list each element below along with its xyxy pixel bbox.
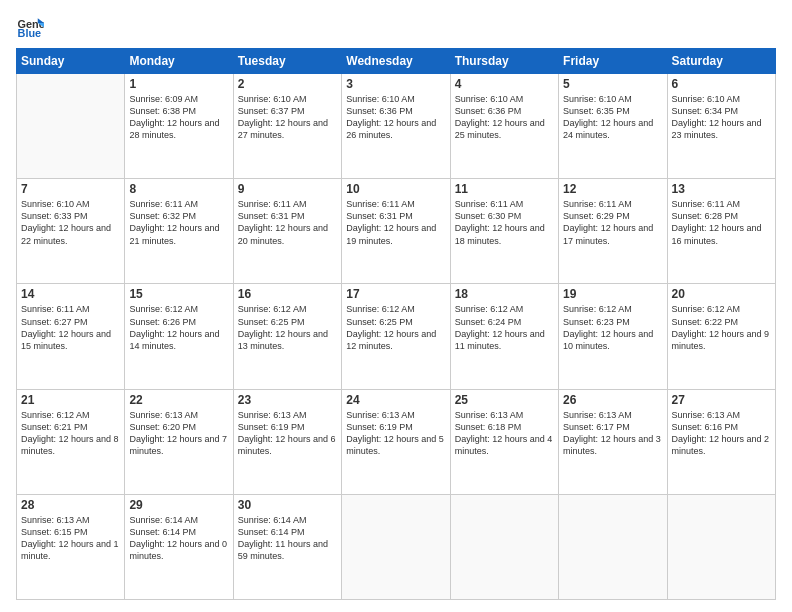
- day-number: 28: [21, 498, 120, 512]
- day-info: Sunrise: 6:12 AM Sunset: 6:23 PM Dayligh…: [563, 303, 662, 352]
- day-info: Sunrise: 6:13 AM Sunset: 6:19 PM Dayligh…: [238, 409, 337, 458]
- day-number: 15: [129, 287, 228, 301]
- day-number: 26: [563, 393, 662, 407]
- day-number: 14: [21, 287, 120, 301]
- calendar-day-cell: 14 Sunrise: 6:11 AM Sunset: 6:27 PM Dayl…: [17, 284, 125, 389]
- calendar-day-cell: 11 Sunrise: 6:11 AM Sunset: 6:30 PM Dayl…: [450, 179, 558, 284]
- calendar-day-cell: 2 Sunrise: 6:10 AM Sunset: 6:37 PM Dayli…: [233, 74, 341, 179]
- calendar-week-row: 28 Sunrise: 6:13 AM Sunset: 6:15 PM Dayl…: [17, 494, 776, 599]
- day-info: Sunrise: 6:14 AM Sunset: 6:14 PM Dayligh…: [238, 514, 337, 563]
- logo: General Blue: [16, 12, 48, 40]
- svg-text:Blue: Blue: [18, 27, 42, 39]
- calendar-day-cell: 29 Sunrise: 6:14 AM Sunset: 6:14 PM Dayl…: [125, 494, 233, 599]
- day-number: 1: [129, 77, 228, 91]
- calendar-day-cell: 27 Sunrise: 6:13 AM Sunset: 6:16 PM Dayl…: [667, 389, 775, 494]
- calendar-day-cell: 10 Sunrise: 6:11 AM Sunset: 6:31 PM Dayl…: [342, 179, 450, 284]
- calendar-week-row: 7 Sunrise: 6:10 AM Sunset: 6:33 PM Dayli…: [17, 179, 776, 284]
- day-number: 16: [238, 287, 337, 301]
- weekday-header: Thursday: [450, 49, 558, 74]
- calendar-day-cell: 23 Sunrise: 6:13 AM Sunset: 6:19 PM Dayl…: [233, 389, 341, 494]
- calendar-day-cell: 18 Sunrise: 6:12 AM Sunset: 6:24 PM Dayl…: [450, 284, 558, 389]
- day-info: Sunrise: 6:12 AM Sunset: 6:21 PM Dayligh…: [21, 409, 120, 458]
- calendar-week-row: 14 Sunrise: 6:11 AM Sunset: 6:27 PM Dayl…: [17, 284, 776, 389]
- day-info: Sunrise: 6:11 AM Sunset: 6:28 PM Dayligh…: [672, 198, 771, 247]
- calendar-day-cell: [667, 494, 775, 599]
- day-number: 9: [238, 182, 337, 196]
- calendar-day-cell: 22 Sunrise: 6:13 AM Sunset: 6:20 PM Dayl…: [125, 389, 233, 494]
- day-info: Sunrise: 6:11 AM Sunset: 6:31 PM Dayligh…: [238, 198, 337, 247]
- day-number: 25: [455, 393, 554, 407]
- calendar-day-cell: 19 Sunrise: 6:12 AM Sunset: 6:23 PM Dayl…: [559, 284, 667, 389]
- day-number: 12: [563, 182, 662, 196]
- calendar-day-cell: 9 Sunrise: 6:11 AM Sunset: 6:31 PM Dayli…: [233, 179, 341, 284]
- day-number: 7: [21, 182, 120, 196]
- day-number: 5: [563, 77, 662, 91]
- weekday-header: Friday: [559, 49, 667, 74]
- day-number: 20: [672, 287, 771, 301]
- calendar-day-cell: 6 Sunrise: 6:10 AM Sunset: 6:34 PM Dayli…: [667, 74, 775, 179]
- day-info: Sunrise: 6:10 AM Sunset: 6:37 PM Dayligh…: [238, 93, 337, 142]
- day-info: Sunrise: 6:11 AM Sunset: 6:32 PM Dayligh…: [129, 198, 228, 247]
- day-info: Sunrise: 6:12 AM Sunset: 6:24 PM Dayligh…: [455, 303, 554, 352]
- calendar: SundayMondayTuesdayWednesdayThursdayFrid…: [16, 48, 776, 600]
- calendar-day-cell: 30 Sunrise: 6:14 AM Sunset: 6:14 PM Dayl…: [233, 494, 341, 599]
- page: General Blue SundayMondayTuesdayWednesda…: [0, 0, 792, 612]
- day-number: 21: [21, 393, 120, 407]
- calendar-day-cell: [342, 494, 450, 599]
- day-number: 27: [672, 393, 771, 407]
- calendar-day-cell: [17, 74, 125, 179]
- day-number: 24: [346, 393, 445, 407]
- day-number: 8: [129, 182, 228, 196]
- calendar-day-cell: 8 Sunrise: 6:11 AM Sunset: 6:32 PM Dayli…: [125, 179, 233, 284]
- calendar-day-cell: 26 Sunrise: 6:13 AM Sunset: 6:17 PM Dayl…: [559, 389, 667, 494]
- calendar-day-cell: 15 Sunrise: 6:12 AM Sunset: 6:26 PM Dayl…: [125, 284, 233, 389]
- calendar-header-row: SundayMondayTuesdayWednesdayThursdayFrid…: [17, 49, 776, 74]
- calendar-day-cell: 4 Sunrise: 6:10 AM Sunset: 6:36 PM Dayli…: [450, 74, 558, 179]
- calendar-week-row: 1 Sunrise: 6:09 AM Sunset: 6:38 PM Dayli…: [17, 74, 776, 179]
- header: General Blue: [16, 12, 776, 40]
- weekday-header: Tuesday: [233, 49, 341, 74]
- calendar-day-cell: 25 Sunrise: 6:13 AM Sunset: 6:18 PM Dayl…: [450, 389, 558, 494]
- calendar-day-cell: 13 Sunrise: 6:11 AM Sunset: 6:28 PM Dayl…: [667, 179, 775, 284]
- calendar-day-cell: 12 Sunrise: 6:11 AM Sunset: 6:29 PM Dayl…: [559, 179, 667, 284]
- day-info: Sunrise: 6:09 AM Sunset: 6:38 PM Dayligh…: [129, 93, 228, 142]
- day-number: 19: [563, 287, 662, 301]
- day-info: Sunrise: 6:13 AM Sunset: 6:19 PM Dayligh…: [346, 409, 445, 458]
- calendar-day-cell: 17 Sunrise: 6:12 AM Sunset: 6:25 PM Dayl…: [342, 284, 450, 389]
- day-number: 29: [129, 498, 228, 512]
- calendar-day-cell: 24 Sunrise: 6:13 AM Sunset: 6:19 PM Dayl…: [342, 389, 450, 494]
- day-info: Sunrise: 6:10 AM Sunset: 6:34 PM Dayligh…: [672, 93, 771, 142]
- day-number: 17: [346, 287, 445, 301]
- day-info: Sunrise: 6:13 AM Sunset: 6:16 PM Dayligh…: [672, 409, 771, 458]
- day-info: Sunrise: 6:12 AM Sunset: 6:26 PM Dayligh…: [129, 303, 228, 352]
- calendar-day-cell: 3 Sunrise: 6:10 AM Sunset: 6:36 PM Dayli…: [342, 74, 450, 179]
- day-number: 13: [672, 182, 771, 196]
- day-info: Sunrise: 6:14 AM Sunset: 6:14 PM Dayligh…: [129, 514, 228, 563]
- weekday-header: Sunday: [17, 49, 125, 74]
- day-info: Sunrise: 6:13 AM Sunset: 6:18 PM Dayligh…: [455, 409, 554, 458]
- day-number: 6: [672, 77, 771, 91]
- day-number: 4: [455, 77, 554, 91]
- weekday-header: Wednesday: [342, 49, 450, 74]
- day-number: 3: [346, 77, 445, 91]
- day-info: Sunrise: 6:10 AM Sunset: 6:36 PM Dayligh…: [346, 93, 445, 142]
- calendar-day-cell: 21 Sunrise: 6:12 AM Sunset: 6:21 PM Dayl…: [17, 389, 125, 494]
- calendar-day-cell: 1 Sunrise: 6:09 AM Sunset: 6:38 PM Dayli…: [125, 74, 233, 179]
- day-info: Sunrise: 6:12 AM Sunset: 6:25 PM Dayligh…: [238, 303, 337, 352]
- day-info: Sunrise: 6:11 AM Sunset: 6:29 PM Dayligh…: [563, 198, 662, 247]
- day-number: 11: [455, 182, 554, 196]
- day-info: Sunrise: 6:11 AM Sunset: 6:27 PM Dayligh…: [21, 303, 120, 352]
- day-number: 2: [238, 77, 337, 91]
- calendar-week-row: 21 Sunrise: 6:12 AM Sunset: 6:21 PM Dayl…: [17, 389, 776, 494]
- day-info: Sunrise: 6:13 AM Sunset: 6:15 PM Dayligh…: [21, 514, 120, 563]
- calendar-day-cell: 7 Sunrise: 6:10 AM Sunset: 6:33 PM Dayli…: [17, 179, 125, 284]
- calendar-day-cell: [450, 494, 558, 599]
- day-number: 30: [238, 498, 337, 512]
- day-number: 23: [238, 393, 337, 407]
- weekday-header: Saturday: [667, 49, 775, 74]
- day-info: Sunrise: 6:10 AM Sunset: 6:33 PM Dayligh…: [21, 198, 120, 247]
- day-number: 22: [129, 393, 228, 407]
- day-info: Sunrise: 6:12 AM Sunset: 6:22 PM Dayligh…: [672, 303, 771, 352]
- logo-icon: General Blue: [16, 12, 44, 40]
- calendar-day-cell: 16 Sunrise: 6:12 AM Sunset: 6:25 PM Dayl…: [233, 284, 341, 389]
